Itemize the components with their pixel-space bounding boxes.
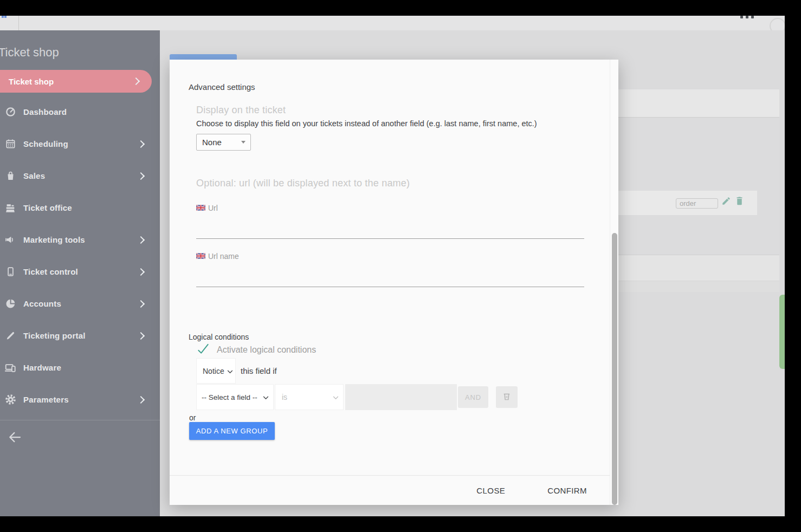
sidebar-item-label: Sales — [23, 171, 45, 180]
sidebar-item-label: Parameters — [23, 395, 69, 404]
more-dots-icon[interactable] — [746, 16, 748, 18]
chevron-down-icon — [263, 392, 269, 402]
condition-value-input[interactable] — [345, 384, 457, 410]
sidebar-item-scheduling[interactable]: Scheduling — [0, 128, 160, 160]
screen: Ticket shop Ticket shop Dashboard Schedu… — [0, 0, 801, 532]
header-divider — [18, 16, 19, 30]
dialog-scrollbar-track[interactable] — [610, 60, 618, 505]
display-section-description: Choose to display this field on your tic… — [196, 119, 537, 128]
activate-logical-conditions-checkbox[interactable]: Activate logical conditions — [196, 342, 316, 358]
shopping-bag-icon — [3, 170, 17, 183]
chevron-down-icon — [333, 392, 339, 402]
chevron-right-icon — [137, 332, 145, 339]
sidebar-menu: Dashboard Scheduling Sales — [0, 96, 160, 416]
sidebar-item-dashboard[interactable]: Dashboard — [0, 96, 160, 128]
url-section-heading: Optional: url (will be displayed next to… — [196, 178, 410, 189]
chevron-right-icon — [137, 300, 145, 307]
confirm-button[interactable]: CONFIRM — [544, 485, 590, 496]
advanced-settings-dialog: Advanced settings Display on the ticket … — [170, 60, 618, 505]
pencil-icon[interactable] — [721, 196, 731, 206]
decorative-curve — [770, 18, 785, 30]
sidebar-item-marketing-tools[interactable]: Marketing tools — [0, 224, 160, 256]
logical-conditions-heading: Logical conditions — [189, 333, 249, 341]
more-dots-icon[interactable] — [740, 16, 743, 18]
sidebar-item-label: Hardware — [23, 363, 61, 372]
display-section-heading: Display on the ticket — [196, 105, 286, 116]
sidebar-item-parameters[interactable]: Parameters — [0, 384, 160, 416]
trash-icon[interactable] — [735, 196, 745, 205]
chevron-right-icon — [137, 395, 145, 403]
sidebar-item-label: Ticket control — [23, 267, 78, 276]
sidebar-item-ticketing-portal[interactable]: Ticketing portal — [0, 320, 160, 352]
sidebar-item-label: Ticket shop — [9, 77, 54, 86]
sidebar-title: Ticket shop — [0, 46, 160, 60]
uk-flag-icon — [196, 251, 205, 261]
sidebar-item-ticket-control[interactable]: Ticket control — [0, 256, 160, 288]
paintbrush-icon — [3, 329, 17, 342]
sidebar-item-label: Ticketing portal — [23, 331, 86, 340]
laptop-phone-icon — [3, 361, 17, 374]
chevron-right-icon — [137, 236, 145, 243]
sidebar-item-hardware[interactable]: Hardware — [0, 352, 160, 384]
arrow-left-icon — [7, 438, 23, 447]
green-scroll-indicator[interactable] — [779, 295, 785, 369]
sidebar-divider — [0, 420, 160, 420]
top-letterbox-bar — [0, 0, 801, 16]
sidebar-item-label: Ticket office — [23, 203, 72, 212]
chevron-right-icon — [137, 268, 145, 275]
sidebar: Ticket shop Ticket shop Dashboard Schedu… — [0, 30, 160, 516]
action-select-value: Notice — [203, 367, 224, 375]
dialog-scrollbar-thumb[interactable] — [612, 233, 617, 505]
action-select[interactable]: Notice — [196, 358, 236, 384]
close-button[interactable]: CLOSE — [473, 485, 508, 496]
display-field-select[interactable]: None — [196, 134, 251, 151]
caret-down-icon — [241, 141, 246, 144]
logo-fragment-icon — [4, 16, 7, 18]
operator-select-value: is — [282, 393, 287, 401]
chevron-right-icon — [137, 172, 145, 179]
order-field-input[interactable] — [676, 198, 718, 209]
activate-logical-conditions-label: Activate logical conditions — [217, 345, 316, 355]
calendar-icon — [3, 138, 17, 151]
chevron-right-icon — [132, 77, 140, 85]
cash-register-icon — [3, 202, 17, 215]
sidebar-item-label: Marketing tools — [23, 235, 85, 244]
dialog-footer: CLOSE CONFIRM — [170, 475, 610, 505]
field-select[interactable]: -- Select a field -- — [196, 384, 274, 410]
sidebar-item-sales[interactable]: Sales — [0, 160, 160, 192]
url-input[interactable] — [196, 217, 584, 239]
field-select-value: -- Select a field -- — [202, 393, 257, 401]
more-dots-icon[interactable] — [751, 16, 754, 18]
smartphone-icon — [3, 265, 17, 278]
operator-select[interactable]: is — [275, 384, 344, 410]
add-new-group-button[interactable]: ADD A NEW GROUP — [189, 422, 275, 440]
sidebar-item-accounts[interactable]: Accounts — [0, 288, 160, 320]
and-button[interactable]: AND — [458, 386, 488, 408]
dialog-title: Advanced settings — [189, 82, 255, 92]
url-name-field-label: Url name — [208, 252, 239, 261]
megaphone-icon — [3, 233, 17, 246]
url-name-field-label-row: Url name — [196, 251, 239, 261]
right-letterbox-bar — [785, 16, 801, 532]
bottom-letterbox-bar — [0, 516, 801, 532]
sidebar-item-ticket-office[interactable]: Ticket office — [0, 192, 160, 224]
sidebar-item-label: Scheduling — [23, 139, 68, 148]
pie-chart-icon — [3, 297, 17, 310]
uk-flag-icon — [196, 203, 205, 213]
logo-fragment-icon — [2, 16, 4, 18]
dashboard-gauge-icon — [3, 106, 17, 119]
wastebasket-icon — [501, 391, 513, 404]
url-field-label: Url — [208, 204, 218, 212]
url-name-input[interactable] — [196, 265, 584, 287]
sidebar-item-label: Dashboard — [23, 107, 67, 116]
delete-condition-button[interactable] — [496, 386, 518, 408]
condition-suffix-label: this field if — [241, 366, 277, 375]
condition-row: -- Select a field -- is AND — [196, 384, 518, 410]
sidebar-back-button[interactable] — [0, 429, 160, 447]
chevron-down-icon — [227, 366, 233, 376]
checkmark-icon — [196, 342, 210, 358]
app-header-bar — [0, 16, 785, 30]
chevron-right-icon — [137, 140, 145, 147]
or-label: or — [189, 413, 196, 422]
sidebar-item-ticket-shop-active[interactable]: Ticket shop — [0, 70, 152, 93]
